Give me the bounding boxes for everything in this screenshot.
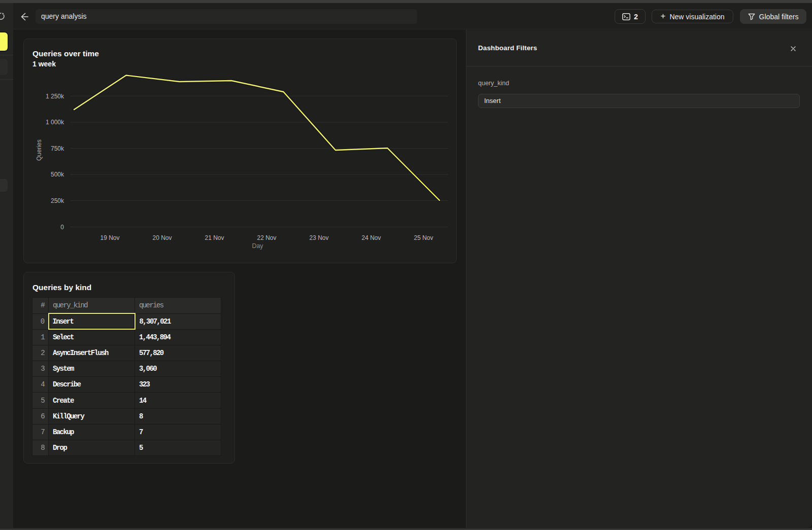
svg-text:250k: 250k xyxy=(51,197,64,204)
svg-text:1 250k: 1 250k xyxy=(46,93,64,100)
svg-text:22 Nov: 22 Nov xyxy=(257,234,276,241)
svg-text:Day: Day xyxy=(252,242,263,250)
svg-text:24 Nov: 24 Nov xyxy=(361,234,381,241)
svg-text:750k: 750k xyxy=(51,145,64,152)
svg-text:500k: 500k xyxy=(51,171,64,178)
svg-text:0: 0 xyxy=(60,224,64,231)
svg-text:25 Nov: 25 Nov xyxy=(414,234,433,241)
svg-text:1 000k: 1 000k xyxy=(46,119,64,126)
svg-text:20 Nov: 20 Nov xyxy=(152,234,172,241)
svg-text:23 Nov: 23 Nov xyxy=(309,234,328,241)
svg-text:Queries: Queries xyxy=(36,139,43,161)
svg-text:21 Nov: 21 Nov xyxy=(205,234,224,241)
svg-text:19 Nov: 19 Nov xyxy=(100,234,119,241)
